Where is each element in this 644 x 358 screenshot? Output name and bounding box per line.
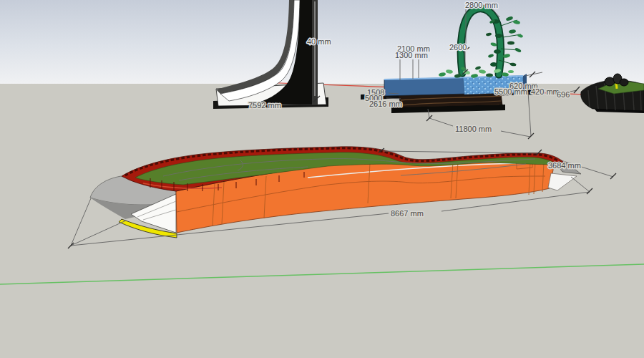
ground <box>0 84 644 358</box>
dim-planter-total[interactable]: 11800 mm <box>455 125 492 133</box>
dim-tower-height[interactable]: 40 mm <box>307 37 331 46</box>
dim-platform-width[interactable]: 3684 mm <box>548 161 581 170</box>
dim-planter-length[interactable]: 5500 mm <box>494 87 527 96</box>
dim-arch-height[interactable]: 2600 <box>449 43 467 52</box>
dim-platform-length[interactable]: 8667 mm <box>391 209 424 218</box>
dim-planter-offset[interactable]: 420 mm <box>531 87 560 96</box>
dim-base-c[interactable]: 2616 mm <box>369 100 402 108</box>
dim-planter-b[interactable]: 1300 mm <box>395 51 428 59</box>
dim-sculpture-height[interactable]: 2800 mm <box>465 1 498 9</box>
dim-mound[interactable]: 696 <box>557 90 570 99</box>
model-viewport[interactable]: 40 mm 7592 mm 2800 mm 2600 2100 mm 1300 … <box>0 0 644 358</box>
viewport-canvas[interactable]: 40 mm 7592 mm 2800 mm 2600 2100 mm 1300 … <box>0 0 644 358</box>
dim-tower-base[interactable]: 7592 mm <box>248 101 281 110</box>
